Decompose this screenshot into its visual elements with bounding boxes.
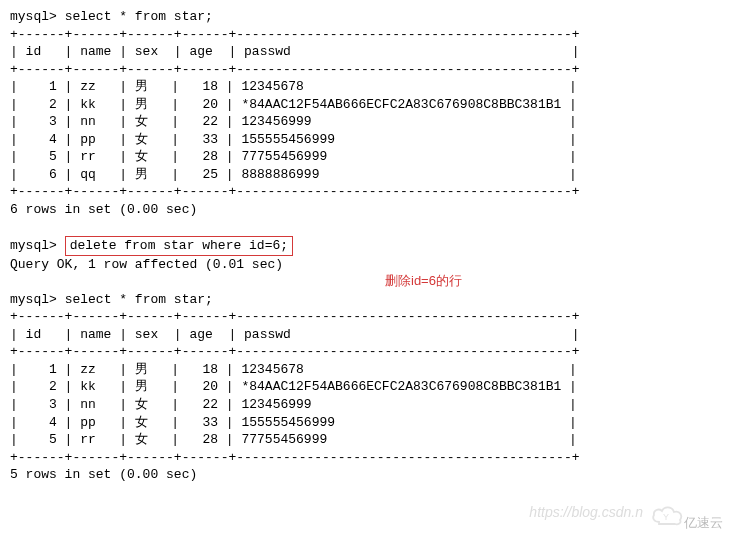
mysql-prompt: mysql> [10, 292, 57, 307]
table-row: | 2 | kk | 男 | 20 | *84AAC12F54AB666ECFC… [10, 378, 723, 396]
table-row: | 4 | pp | 女 | 33 | 155555456999 | [10, 414, 723, 432]
table-border: +------+------+------+------+-----------… [10, 61, 723, 79]
watermark-logo-text: 亿速云 [684, 514, 723, 532]
table-header: | id | name | sex | age | passwd | [10, 326, 723, 344]
svg-text:Y: Y [663, 512, 669, 522]
table-row: | 4 | pp | 女 | 33 | 155555456999 | [10, 131, 723, 149]
table-border: +------+------+------+------+-----------… [10, 26, 723, 44]
table-row: | 3 | nn | 女 | 22 | 123456999 | [10, 396, 723, 414]
result-count-1: 6 rows in set (0.00 sec) [10, 201, 723, 219]
delete-result: Query OK, 1 row affected (0.01 sec) [10, 256, 723, 274]
query-line-1: mysql> select * from star; [10, 8, 723, 26]
sql-select-2: select * from star; [65, 292, 213, 307]
mysql-prompt: mysql> [10, 9, 57, 24]
table-row: | 1 | zz | 男 | 18 | 12345678 | [10, 361, 723, 379]
table-row: | 5 | rr | 女 | 28 | 77755456999 | [10, 148, 723, 166]
query-line-2: mysql> select * from star; [10, 291, 723, 309]
table-row: | 2 | kk | 男 | 20 | *84AAC12F54AB666ECFC… [10, 96, 723, 114]
sql-delete-highlighted: delete from star where id=6; [65, 236, 293, 256]
watermark-csdn: https://blog.csdn.n [529, 503, 643, 522]
table-border: +------+------+------+------+-----------… [10, 343, 723, 361]
annotation-text: 删除id=6的行 [385, 272, 462, 290]
mysql-prompt: mysql> [10, 238, 57, 253]
query-line-delete: mysql> delete from star where id=6; [10, 236, 723, 256]
result-count-2: 5 rows in set (0.00 sec) [10, 466, 723, 484]
table-border: +------+------+------+------+-----------… [10, 183, 723, 201]
table-row: | 3 | nn | 女 | 22 | 123456999 | [10, 113, 723, 131]
sql-select-1: select * from star; [65, 9, 213, 24]
table-border: +------+------+------+------+-----------… [10, 449, 723, 467]
cloud-icon: Y [651, 504, 685, 526]
table-row: | 6 | qq | 男 | 25 | 8888886999 | [10, 166, 723, 184]
table-border: +------+------+------+------+-----------… [10, 308, 723, 326]
table-header: | id | name | sex | age | passwd | [10, 43, 723, 61]
table-row: | 5 | rr | 女 | 28 | 77755456999 | [10, 431, 723, 449]
table-row: | 1 | zz | 男 | 18 | 12345678 | [10, 78, 723, 96]
